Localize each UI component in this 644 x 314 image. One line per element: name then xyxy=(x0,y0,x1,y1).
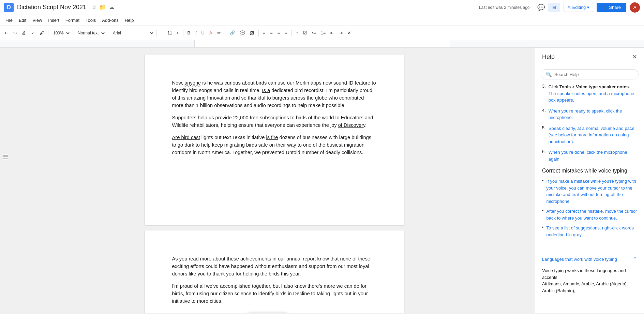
languages-chevron-icon: ⌃ xyxy=(633,256,637,263)
editing-button[interactable]: ✎ Editing ▾ xyxy=(564,3,594,12)
zoom-select[interactable]: 100%75%50% xyxy=(50,29,71,37)
align-left-button[interactable]: ≡ xyxy=(261,29,268,37)
font-size-decrease[interactable]: − xyxy=(159,29,166,37)
bullet-1-dot: • xyxy=(542,178,544,205)
app-icon[interactable]: D xyxy=(4,3,14,12)
meet-button[interactable]: ⊞ xyxy=(548,3,560,12)
para-4: As you read more about these achievement… xyxy=(172,255,377,278)
undo-button[interactable]: ↩ xyxy=(3,29,11,37)
step-4-text: When you're ready to speak, click the mi… xyxy=(549,108,637,121)
meet-icon: ⊞ xyxy=(552,5,556,10)
sidebar-header: Help ✕ xyxy=(535,48,644,65)
avatar[interactable]: A xyxy=(630,2,640,13)
underline-button[interactable]: U xyxy=(199,29,207,37)
numbered-list-button[interactable]: 1≡ xyxy=(319,29,328,37)
para-5: I'm proud of all we've accomplished toge… xyxy=(172,282,377,305)
font-size-increase[interactable]: + xyxy=(174,29,181,37)
sep5 xyxy=(183,30,183,36)
para-3: Are bird cast lights out text Texas init… xyxy=(172,134,377,156)
comment-icon[interactable]: 💬 xyxy=(537,4,545,11)
outline-icon[interactable]: ☰ xyxy=(3,153,8,161)
print-button[interactable]: 🖨 xyxy=(20,29,28,37)
font-select[interactable]: ArialTimes New Roman xyxy=(110,29,154,37)
font-size-control: − 11 + xyxy=(159,29,181,37)
redo-button[interactable]: ↪ xyxy=(11,29,19,37)
bullet-1-text: If you make a mistake while you're typin… xyxy=(546,178,637,205)
ruler-inner xyxy=(194,40,450,47)
step-4-num: 4. xyxy=(542,108,546,121)
voice-widget: ··· × English (US) ▾ 🎤 ? xyxy=(247,313,288,313)
decrease-indent-button[interactable]: ⇤ xyxy=(328,29,336,37)
search-input[interactable] xyxy=(554,72,633,77)
sep7 xyxy=(258,30,259,36)
checklist-button[interactable]: ☑ xyxy=(301,29,309,37)
languages-list: Afrikaans, Amharic, Arabic, Arabic (Alge… xyxy=(542,281,637,294)
star-icon[interactable]: ☆ xyxy=(92,4,96,11)
sep6 xyxy=(225,30,225,36)
align-center-button[interactable]: ≡ xyxy=(268,29,275,37)
italic-button[interactable]: I xyxy=(193,29,199,37)
clear-format-button[interactable]: ✕ xyxy=(345,29,353,37)
help-sidebar: Help ✕ 🔍 3. Click Tools > Voice type spe… xyxy=(535,48,644,313)
bullet-3-text: To see a list of suggestions, right-clic… xyxy=(546,225,637,238)
spellcheck-button[interactable]: ✓ xyxy=(29,29,37,37)
link-button[interactable]: 🔗 xyxy=(227,29,237,37)
help-step-5: 5. Speak clearly, at a normal volume and… xyxy=(542,125,637,145)
share-button[interactable]: 👤 Share xyxy=(597,3,626,12)
sep2 xyxy=(73,30,73,36)
bullet-3-dot: • xyxy=(542,225,544,238)
align-right-button[interactable]: ≡ xyxy=(275,29,282,37)
justify-button[interactable]: ≡ xyxy=(283,29,289,37)
menu-file[interactable]: File xyxy=(3,16,15,24)
title-icons: ☆ 📁 ☁ xyxy=(92,4,114,11)
menu-insert[interactable]: Insert xyxy=(45,16,62,24)
languages-header[interactable]: Languages that work with voice typing ⌃ xyxy=(535,251,644,267)
step-6-num: 6. xyxy=(542,149,546,162)
sidebar-close-button[interactable]: ✕ xyxy=(632,53,637,61)
search-box: 🔍 xyxy=(541,69,639,79)
menu-view[interactable]: View xyxy=(30,16,45,24)
help-content: 3. Click Tools > Voice type speaker note… xyxy=(535,84,644,248)
help-step-3: 3. Click Tools > Voice type speaker note… xyxy=(542,84,637,104)
doc-area: Now, anyone is he was curious about bird… xyxy=(14,48,535,313)
step-3-num: 3. xyxy=(542,84,546,104)
increase-indent-button[interactable]: ⇥ xyxy=(337,29,345,37)
text-color-button[interactable]: A xyxy=(207,29,214,37)
bullet-list-button[interactable]: •≡ xyxy=(310,29,318,37)
image-button[interactable]: 🖼 xyxy=(248,29,256,37)
paint-format-button[interactable]: 🖌 xyxy=(38,29,46,37)
last-edit: Last edit was 2 minutes ago xyxy=(479,5,530,10)
sep4 xyxy=(156,30,157,36)
menu-tools[interactable]: Tools xyxy=(83,16,99,24)
step-5-text: Speak clearly, at a normal volume and pa… xyxy=(549,125,637,145)
menu-addons[interactable]: Add-ons xyxy=(99,16,121,24)
comment-toolbar-button[interactable]: 💬 xyxy=(238,29,247,37)
menu-edit[interactable]: Edit xyxy=(16,16,29,24)
step-3-text: Click Tools > Voice type speaker notes. … xyxy=(549,84,637,104)
cloud-icon[interactable]: ☁ xyxy=(109,4,114,11)
languages-title: Languages that work with voice typing xyxy=(542,257,617,262)
bullet-2-dot: • xyxy=(542,208,544,221)
ruler xyxy=(0,40,644,48)
line-spacing-button[interactable]: ↕ xyxy=(294,29,300,37)
highlight-button[interactable]: ✏ xyxy=(215,29,223,37)
correct-mistakes-title: Correct mistakes while voice typing xyxy=(542,168,637,174)
bold-button[interactable]: B xyxy=(185,29,193,37)
page-2: As you read more about these achievement… xyxy=(145,230,404,313)
step-6-text: When you're done, click the microphone a… xyxy=(549,149,637,162)
style-select[interactable]: Normal textHeading 1Heading 2 xyxy=(75,29,106,37)
toolbar: ↩ ↪ 🖨 ✓ 🖌 100%75%50% Normal textHeading … xyxy=(0,26,644,40)
folder-icon[interactable]: 📁 xyxy=(99,4,106,11)
menu-help[interactable]: Help xyxy=(122,16,137,24)
help-bullet-3: • To see a list of suggestions, right-cl… xyxy=(542,225,637,238)
step-5-num: 5. xyxy=(542,125,546,145)
menu-format[interactable]: Format xyxy=(63,16,82,24)
languages-section: Languages that work with voice typing ⌃ … xyxy=(535,251,644,299)
para-2: Supporters help us provide 22,000 free s… xyxy=(172,114,377,129)
help-bullet-1: • If you make a mistake while you're typ… xyxy=(542,178,637,205)
header-actions: 💬 ⊞ ✎ Editing ▾ 👤 Share A xyxy=(537,2,640,13)
sep1 xyxy=(48,30,48,36)
sep3 xyxy=(108,30,108,36)
sep8 xyxy=(291,30,292,36)
doc-title: Dictation Script Nov 2021 xyxy=(17,4,86,11)
